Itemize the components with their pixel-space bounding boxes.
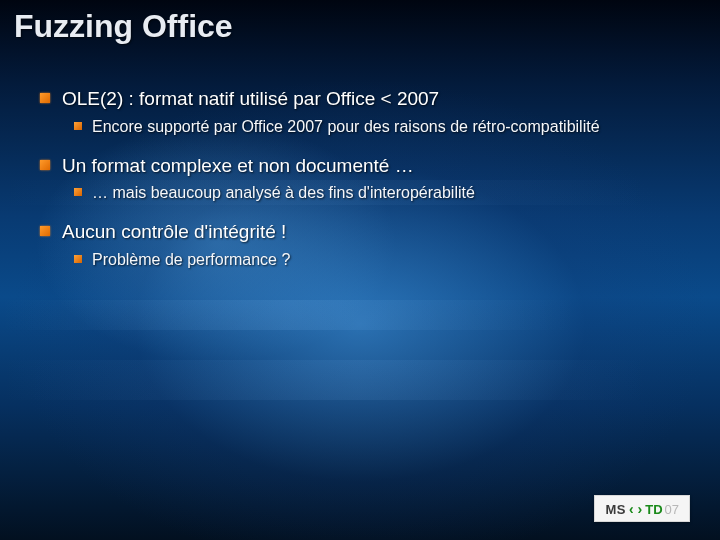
- slide-content: OLE(2) : format natif utilisé par Office…: [0, 59, 720, 271]
- logo-td: TD: [645, 502, 662, 517]
- bullet-text: Problème de performance ?: [92, 250, 290, 271]
- bullet-icon: [40, 93, 50, 103]
- bullet-icon: [74, 255, 82, 263]
- bullet-text: Un format complexe et non documenté …: [62, 154, 414, 178]
- bullet-icon: [74, 122, 82, 130]
- logo-year: 07: [665, 502, 679, 517]
- bullet-level1: OLE(2) : format natif utilisé par Office…: [40, 87, 680, 111]
- bullet-level2: Problème de performance ?: [74, 250, 680, 271]
- logo-ms: MS: [605, 502, 626, 517]
- slide: Fuzzing Office OLE(2) : format natif uti…: [0, 0, 720, 540]
- bullet-text: Aucun contrôle d'intégrité !: [62, 220, 286, 244]
- bullet-icon: [40, 226, 50, 236]
- bullet-level1: Un format complexe et non documenté …: [40, 154, 680, 178]
- bullet-text: … mais beaucoup analysé à des fins d'int…: [92, 183, 475, 204]
- bullet-level2: … mais beaucoup analysé à des fins d'int…: [74, 183, 680, 204]
- slide-title: Fuzzing Office: [0, 0, 720, 59]
- bullet-text: OLE(2) : format natif utilisé par Office…: [62, 87, 439, 111]
- bullet-level1: Aucun contrôle d'intégrité !: [40, 220, 680, 244]
- bullet-icon: [74, 188, 82, 196]
- footer-logo: MS ‹ › TD07: [594, 495, 690, 522]
- bullet-text: Encore supporté par Office 2007 pour des…: [92, 117, 600, 138]
- logo-chevrons-icon: ‹ ›: [629, 501, 642, 517]
- bullet-level2: Encore supporté par Office 2007 pour des…: [74, 117, 680, 138]
- bullet-icon: [40, 160, 50, 170]
